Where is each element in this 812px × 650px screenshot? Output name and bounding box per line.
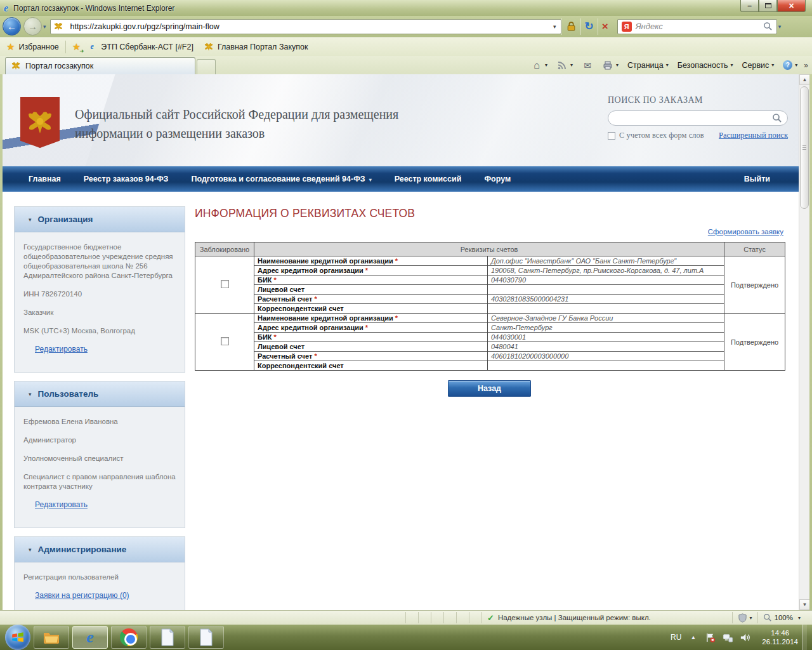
search-options-dropdown[interactable]: ▾ — [778, 23, 782, 30]
table-header: Заблокировано — [195, 242, 254, 256]
tab-portal[interactable]: Портал госзакупок — [5, 57, 195, 74]
chrome-icon — [120, 628, 138, 646]
table-row: Лицевой счет0480041 — [195, 342, 785, 352]
taskbar-explorer[interactable] — [34, 626, 69, 649]
blocked-checkbox[interactable] — [221, 280, 229, 288]
tools-menu[interactable]: Сервис ▾ — [742, 61, 774, 70]
favorites-star-icon[interactable]: ★ — [6, 41, 15, 53]
sidebar-link[interactable]: Редактировать — [35, 345, 88, 354]
sidebar-link[interactable]: Редактировать — [35, 500, 88, 509]
address-dropdown-icon[interactable]: ▾ — [551, 23, 558, 30]
back-button[interactable]: ← — [3, 17, 21, 36]
favorite-item-portal[interactable]: Главная Портал Закупок — [204, 42, 308, 52]
sidebar-text: Государственное бюджетное общеобразовате… — [23, 242, 176, 281]
address-bar[interactable]: https://zakupki.gov.ru/pgz/spring/main-f… — [50, 19, 561, 34]
search-icon[interactable] — [772, 113, 782, 123]
more-commands-chevron[interactable]: » — [804, 61, 808, 70]
zoom-control[interactable]: 100% ▾ — [757, 612, 806, 623]
desktop: e Портал госзакупок - Windows Internet E… — [0, 0, 812, 650]
required-asterisk: * — [272, 276, 277, 284]
nav-item-реестр[interactable]: Реестр комиссий — [395, 175, 462, 183]
sidebar-text: Специалист с правом направления шаблона … — [23, 472, 176, 491]
close-button[interactable]: × — [777, 0, 806, 12]
scroll-up-button[interactable]: ▲ — [799, 74, 809, 85]
sidebar-text: ИНН 7826720140 — [23, 289, 176, 299]
home-icon: ⌂ — [531, 60, 542, 70]
maximize-button[interactable] — [759, 0, 777, 12]
word-forms-checkbox[interactable] — [608, 132, 615, 140]
action-center-flag-icon[interactable] — [705, 632, 716, 643]
recent-pages-dropdown[interactable]: ▾ — [43, 23, 46, 30]
taskbar-document-2[interactable] — [188, 626, 224, 649]
chevron-down-icon: ▾ — [29, 216, 32, 223]
clock[interactable]: 14:46 26.11.2014 — [762, 628, 798, 646]
sidebar-link[interactable]: Заявки на регистрацию (0) — [35, 591, 129, 600]
feeds-button[interactable]: ▾ — [556, 60, 573, 70]
create-request-link[interactable]: Сформировать заявку — [708, 228, 783, 235]
logout-link[interactable]: Выйти — [744, 175, 770, 183]
add-favorite-icon[interactable]: ★ — [72, 41, 81, 53]
safety-menu[interactable]: Безопасность ▾ — [678, 61, 733, 70]
home-button[interactable]: ⌂ ▾ — [531, 60, 547, 70]
page-menu[interactable]: Страница ▾ — [627, 61, 669, 70]
hidden-icons-chevron[interactable]: ▲ — [690, 634, 696, 640]
table-row: Наименование кредитной организации *Севе… — [195, 314, 785, 323]
network-icon[interactable] — [722, 632, 733, 643]
url-text[interactable]: https://zakupki.gov.ru/pgz/spring/main-f… — [70, 22, 551, 31]
field-value: 044030001 — [488, 333, 724, 342]
field-value: Доп.офис "Инвестрбанк" ОАО "Банк Санкт-П… — [488, 256, 724, 266]
sidebar-section: ▾ОрганизацияГосударственное бюджетное об… — [14, 206, 185, 373]
read-mail-button[interactable]: ✉ — [582, 60, 593, 70]
taskbar-document-1[interactable] — [150, 626, 185, 649]
print-button[interactable]: ▾ — [602, 60, 619, 70]
scrollbar-thumb[interactable] — [800, 86, 809, 209]
refresh-button[interactable]: ↻ — [580, 18, 598, 35]
page-menu-label: Страница — [627, 61, 664, 70]
nav-item-подготовка[interactable]: Подготовка и согласование сведений 94-ФЗ… — [191, 175, 371, 183]
nav-item-форум[interactable]: Форум — [484, 175, 511, 183]
advanced-search-link[interactable]: Расширенный поиск — [719, 131, 788, 140]
sidebar-section-body: Регистрация пользователейЗаявки на регис… — [15, 562, 185, 610]
nav-item-реестр[interactable]: Реестр заказов 94-ФЗ — [84, 175, 169, 183]
taskbar-chrome[interactable] — [111, 626, 147, 649]
favorites-label[interactable]: Избранное — [18, 43, 58, 51]
field-label: Наименование кредитной организации * — [254, 314, 488, 323]
table-row: Расчетный счет *40601810200003000000 — [195, 352, 785, 361]
forward-button[interactable]: → — [23, 17, 42, 36]
table-row: Адрес кредитной организации *190068, Сан… — [195, 266, 785, 275]
field-value: 044030790 — [488, 275, 724, 285]
search-engine-box[interactable]: Я Яндекс — [617, 19, 777, 34]
sidebar-section-header[interactable]: ▾Пользователь — [15, 381, 185, 407]
sidebar-section-header[interactable]: ▾Организация — [15, 207, 185, 232]
start-button[interactable] — [5, 625, 30, 650]
sidebar-section-header[interactable]: ▾Администрирование — [15, 537, 185, 562]
taskbar-internet-explorer[interactable]: e — [72, 626, 108, 649]
scroll-down-button[interactable]: ▼ — [799, 599, 809, 610]
security-zone-text: Надежные узлы | Защищенный режим: выкл. — [498, 614, 651, 621]
windows-logo-icon — [11, 630, 25, 644]
field-value — [488, 285, 724, 295]
order-search-field[interactable] — [608, 110, 788, 126]
order-search-input[interactable] — [615, 114, 772, 123]
show-desktop-button[interactable] — [802, 625, 807, 650]
protected-mode-button[interactable]: ▾ — [732, 612, 757, 623]
favorite-item-sberbank[interactable]: e ЭТП Сбербанк-АСТ [#F2] — [87, 42, 193, 52]
security-lock[interactable] — [561, 18, 580, 35]
blocked-checkbox[interactable] — [221, 337, 229, 345]
title-bar[interactable]: e Портал госзакупок - Windows Internet E… — [0, 0, 812, 16]
shield-icon — [738, 613, 747, 623]
search-icon[interactable] — [763, 22, 773, 31]
page-title: ИНФОРМАЦИЯ О РЕКВИЗИТАХ СЧЕТОВ — [195, 207, 415, 220]
minimize-button[interactable]: – — [740, 0, 759, 12]
volume-icon[interactable] — [740, 632, 750, 643]
language-indicator[interactable]: RU — [671, 633, 681, 642]
help-menu[interactable]: ? ▾ — [783, 60, 797, 70]
gerb-icon — [204, 42, 214, 52]
order-search-label: ПОИСК ПО ЗАКАЗАМ — [608, 95, 788, 105]
nav-item-главная[interactable]: Главная — [29, 175, 61, 183]
new-tab-stub[interactable] — [197, 59, 216, 74]
vertical-scrollbar[interactable]: ▲ ▼ — [799, 74, 809, 610]
stop-button[interactable]: × — [598, 18, 612, 35]
back-button-page[interactable]: Назад — [448, 380, 531, 397]
command-bar: ⌂ ▾ ▾ ✉ ▾ Страница ▾ — [522, 56, 812, 74]
